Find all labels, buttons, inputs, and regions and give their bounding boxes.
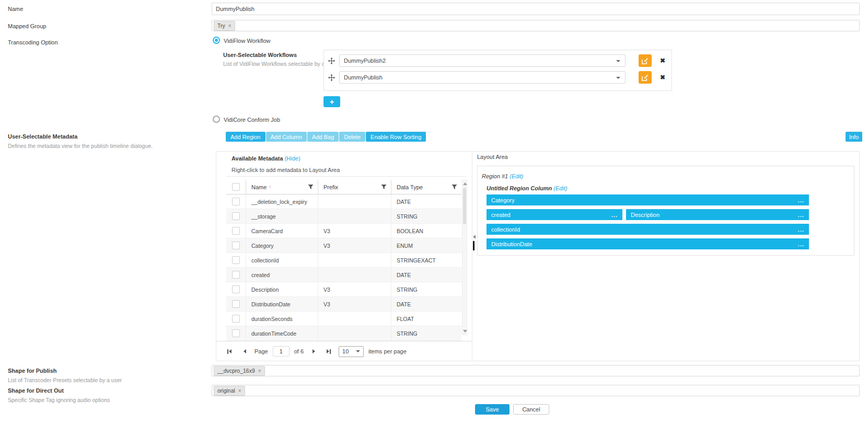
- shape-publish-tag[interactable]: __dvcpro_16x9 ×: [214, 366, 265, 376]
- table-row[interactable]: Description V3 STRING: [226, 282, 461, 297]
- tag-remove-icon[interactable]: ×: [228, 23, 232, 29]
- scroll-up-icon[interactable]: [463, 182, 467, 185]
- workflow-delete-icon[interactable]: ✖: [660, 74, 665, 81]
- available-metadata-title-text: Available Metadata: [232, 155, 283, 162]
- row-checkbox[interactable]: [232, 329, 240, 337]
- add-bag-button[interactable]: Add Bag: [307, 132, 339, 142]
- add-column-button[interactable]: Add Column: [266, 132, 307, 142]
- workflow-select-value: DummyPublish: [344, 74, 383, 81]
- cancel-button[interactable]: Cancel: [513, 404, 549, 415]
- shape-direct-input[interactable]: original ×: [212, 385, 860, 396]
- field-options-icon[interactable]: ...: [611, 212, 618, 218]
- move-icon[interactable]: [328, 58, 335, 64]
- workflow-select[interactable]: DummyPublish: [339, 71, 626, 84]
- workflow-edit-button[interactable]: [639, 71, 652, 84]
- workflow-select[interactable]: DummyPublish2: [339, 54, 626, 67]
- layout-field-collectionid[interactable]: collectionId ...: [487, 224, 809, 235]
- select-all-checkbox[interactable]: [232, 183, 240, 191]
- cell-name: durationSeconds: [246, 312, 318, 326]
- layout-field-description[interactable]: Description ...: [626, 209, 809, 220]
- radio-vidiflow-workflow-label: VidiFlow Workflow: [224, 38, 270, 44]
- mapped-group-input[interactable]: Try ×: [212, 20, 860, 31]
- name-input[interactable]: [212, 3, 860, 15]
- filter-icon[interactable]: [381, 184, 387, 190]
- last-page-button[interactable]: [323, 346, 334, 357]
- table-row[interactable]: durationSeconds FLOAT: [226, 312, 461, 326]
- region-column-label: Untitled Region Column: [487, 185, 552, 191]
- region-edit-link[interactable]: (Edit): [510, 173, 523, 179]
- next-page-button[interactable]: [308, 346, 319, 357]
- page-count-label: of 6: [294, 348, 304, 354]
- delete-button[interactable]: Delete: [339, 132, 365, 142]
- region-heading: Region #1 (Edit): [482, 173, 524, 179]
- save-button[interactable]: Save: [475, 404, 510, 415]
- cell-name: Description: [246, 282, 318, 296]
- row-checkbox[interactable]: [232, 256, 240, 264]
- cell-datatype: DATE: [391, 268, 461, 282]
- workflow-edit-button[interactable]: [639, 54, 652, 67]
- workflow-row: DummyPublish ✖: [328, 71, 672, 84]
- tag-remove-icon[interactable]: ×: [258, 368, 261, 374]
- field-options-icon[interactable]: ...: [798, 241, 804, 247]
- radio-vidiflow-workflow[interactable]: [213, 37, 220, 44]
- table-row[interactable]: __storage STRING: [226, 209, 461, 224]
- previous-page-button[interactable]: [239, 346, 250, 357]
- table-row[interactable]: durationTimeCode STRING: [226, 326, 461, 341]
- filter-icon[interactable]: [452, 184, 457, 190]
- add-workflow-button[interactable]: +: [323, 96, 340, 107]
- row-checkbox[interactable]: [232, 285, 240, 293]
- scrollbar-thumb[interactable]: [463, 188, 466, 224]
- row-checkbox[interactable]: [232, 242, 240, 249]
- transcoding-option-label: Transcoding Option: [8, 39, 58, 45]
- table-row[interactable]: __deletion_lock_expiry DATE: [226, 194, 461, 209]
- info-button[interactable]: Info: [846, 132, 862, 142]
- add-region-button[interactable]: Add Region: [226, 132, 265, 142]
- cell-datatype: BOOLEAN: [391, 224, 461, 238]
- region-column-edit-link[interactable]: (Edit): [553, 185, 567, 191]
- table-row[interactable]: Category V3 ENUM: [226, 238, 461, 253]
- page-number-input[interactable]: [273, 346, 290, 357]
- workflow-delete-icon[interactable]: ✖: [660, 57, 665, 64]
- table-row[interactable]: created DATE: [226, 268, 461, 282]
- shape-direct-label: Shape for Direct Out: [8, 387, 64, 394]
- move-icon[interactable]: [328, 74, 335, 81]
- cell-datatype: STRING: [391, 326, 461, 340]
- table-scrollbar[interactable]: [462, 180, 467, 335]
- radio-vidicore-conform-job-label: VidiCore Conform Job: [224, 117, 280, 123]
- row-checkbox[interactable]: [232, 300, 240, 308]
- column-header-name-label: Name: [251, 184, 267, 190]
- layout-field-distributiondate[interactable]: DistributionDate ...: [487, 238, 809, 249]
- table-row[interactable]: CameraCard V3 BOOLEAN: [226, 224, 461, 238]
- row-checkbox[interactable]: [232, 315, 240, 323]
- row-checkbox[interactable]: [232, 198, 240, 205]
- column-header-datatype[interactable]: Data Type: [391, 180, 461, 194]
- column-header-prefix[interactable]: Prefix: [318, 180, 391, 194]
- collapse-panel-icon[interactable]: [473, 235, 476, 239]
- field-options-icon[interactable]: ...: [798, 226, 804, 233]
- enable-row-sorting-button[interactable]: Enable Row Sorting: [366, 132, 426, 142]
- radio-vidicore-conform-job[interactable]: [213, 116, 220, 123]
- column-header-name[interactable]: Name ↑: [246, 180, 318, 194]
- layout-field-created[interactable]: created ...: [487, 209, 622, 220]
- layout-field-category[interactable]: Category ...: [487, 194, 809, 205]
- row-checkbox[interactable]: [232, 227, 240, 235]
- shape-direct-tag[interactable]: original ×: [214, 386, 245, 396]
- cell-datatype: DATE: [391, 194, 461, 209]
- row-checkbox[interactable]: [232, 271, 240, 279]
- page-size-select[interactable]: 10: [339, 346, 364, 357]
- shape-publish-input[interactable]: __dvcpro_16x9 ×: [212, 365, 860, 376]
- chevron-down-icon: [356, 350, 360, 352]
- field-options-icon[interactable]: ...: [798, 197, 804, 203]
- row-checkbox[interactable]: [232, 212, 240, 220]
- layout-field-label: collectionId: [491, 226, 520, 233]
- hide-link[interactable]: (Hide): [285, 155, 300, 162]
- cell-datatype: STRING: [391, 282, 461, 296]
- mapped-group-tag[interactable]: Try ×: [214, 21, 235, 31]
- filter-icon[interactable]: [308, 184, 314, 190]
- scroll-down-icon[interactable]: [463, 330, 467, 333]
- tag-remove-icon[interactable]: ×: [238, 388, 241, 394]
- table-row[interactable]: DistributionDate V3 DATE: [226, 297, 461, 312]
- table-row[interactable]: collectionId STRINGEXACT: [226, 253, 461, 268]
- first-page-button[interactable]: [224, 346, 235, 357]
- field-options-icon[interactable]: ...: [798, 212, 804, 218]
